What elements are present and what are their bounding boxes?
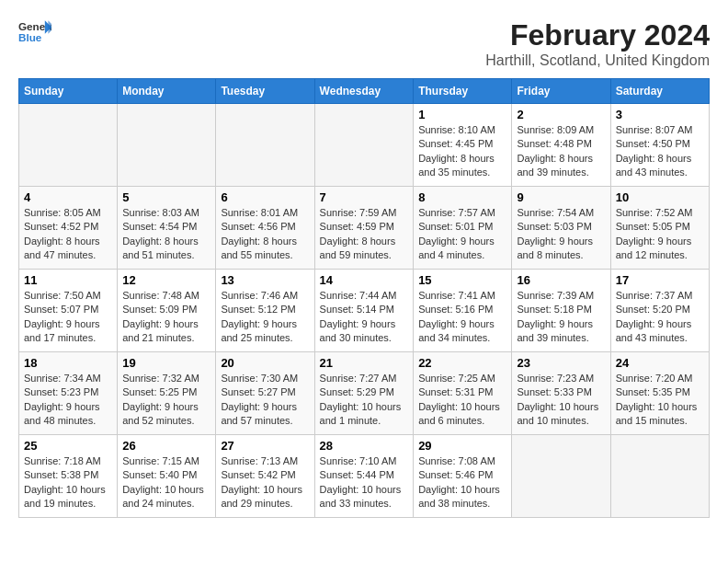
calendar-day-cell: 27Sunrise: 7:13 AMSunset: 5:42 PMDayligh… xyxy=(216,435,314,518)
calendar-header-thursday: Thursday xyxy=(414,79,512,104)
calendar-day-cell xyxy=(512,435,610,518)
calendar-day-cell: 16Sunrise: 7:39 AMSunset: 5:18 PMDayligh… xyxy=(512,270,610,352)
title-area: February 2024 Harthill, Scotland, United… xyxy=(485,18,710,69)
calendar-day-cell: 29Sunrise: 7:08 AMSunset: 5:46 PMDayligh… xyxy=(414,435,512,518)
daylight-label: Daylight: 9 hours and 12 minutes. xyxy=(616,236,692,260)
sunrise-label: Sunrise: 7:41 AM xyxy=(418,290,495,301)
calendar-day-cell: 8Sunrise: 7:57 AMSunset: 5:01 PMDaylight… xyxy=(414,187,512,270)
calendar-day-cell: 24Sunrise: 7:20 AMSunset: 5:35 PMDayligh… xyxy=(610,352,709,435)
day-number: 5 xyxy=(122,190,210,204)
calendar-header-friday: Friday xyxy=(512,79,610,104)
day-info: Sunrise: 7:41 AMSunset: 5:16 PMDaylight:… xyxy=(418,289,506,346)
calendar-day-cell: 3Sunrise: 8:07 AMSunset: 4:50 PMDaylight… xyxy=(610,104,709,187)
calendar-day-cell: 21Sunrise: 7:27 AMSunset: 5:29 PMDayligh… xyxy=(314,352,414,435)
day-number: 4 xyxy=(24,190,112,204)
day-number: 23 xyxy=(517,356,605,370)
sunset-label: Sunset: 4:52 PM xyxy=(24,221,98,232)
day-number: 25 xyxy=(24,439,112,453)
month-title: February 2024 xyxy=(485,18,710,52)
sunrise-label: Sunrise: 7:20 AM xyxy=(616,373,693,384)
calendar-day-cell xyxy=(610,435,709,518)
day-info: Sunrise: 7:08 AMSunset: 5:46 PMDaylight:… xyxy=(418,454,506,511)
sunset-label: Sunset: 4:50 PM xyxy=(616,138,690,149)
day-number: 24 xyxy=(616,356,704,370)
sunset-label: Sunset: 4:56 PM xyxy=(221,221,295,232)
calendar-header-saturday: Saturday xyxy=(610,79,709,104)
day-info: Sunrise: 7:27 AMSunset: 5:29 PMDaylight:… xyxy=(320,372,409,429)
calendar-day-cell: 6Sunrise: 8:01 AMSunset: 4:56 PMDaylight… xyxy=(216,187,314,270)
calendar-day-cell: 14Sunrise: 7:44 AMSunset: 5:14 PMDayligh… xyxy=(314,270,414,352)
sunrise-label: Sunrise: 8:03 AM xyxy=(122,207,199,218)
daylight-label: Daylight: 10 hours and 15 minutes. xyxy=(616,401,698,426)
day-info: Sunrise: 7:48 AMSunset: 5:09 PMDaylight:… xyxy=(122,289,210,346)
daylight-label: Daylight: 9 hours and 39 minutes. xyxy=(517,318,593,343)
day-info: Sunrise: 7:13 AMSunset: 5:42 PMDaylight:… xyxy=(221,454,309,511)
sunset-label: Sunset: 5:38 PM xyxy=(24,469,98,480)
day-number: 8 xyxy=(418,190,506,204)
calendar-table: SundayMondayTuesdayWednesdayThursdayFrid… xyxy=(18,78,710,518)
day-info: Sunrise: 8:07 AMSunset: 4:50 PMDaylight:… xyxy=(616,123,704,180)
sunrise-label: Sunrise: 7:27 AM xyxy=(320,373,397,384)
daylight-label: Daylight: 9 hours and 43 minutes. xyxy=(616,318,692,343)
sunrise-label: Sunrise: 7:48 AM xyxy=(122,290,199,301)
day-info: Sunrise: 8:03 AMSunset: 4:54 PMDaylight:… xyxy=(122,206,210,263)
sunset-label: Sunset: 5:44 PM xyxy=(320,469,394,480)
calendar-header-tuesday: Tuesday xyxy=(216,79,314,104)
day-number: 15 xyxy=(418,273,506,287)
sunrise-label: Sunrise: 8:01 AM xyxy=(221,207,298,218)
calendar-day-cell: 18Sunrise: 7:34 AMSunset: 5:23 PMDayligh… xyxy=(19,352,118,435)
daylight-label: Daylight: 10 hours and 19 minutes. xyxy=(24,484,106,509)
daylight-label: Daylight: 8 hours and 43 minutes. xyxy=(616,153,692,178)
daylight-label: Daylight: 9 hours and 30 minutes. xyxy=(320,318,396,343)
daylight-label: Daylight: 10 hours and 10 minutes. xyxy=(517,401,598,426)
day-number: 12 xyxy=(122,273,210,287)
sunset-label: Sunset: 5:27 PM xyxy=(221,386,295,397)
sunrise-label: Sunrise: 7:32 AM xyxy=(122,373,199,384)
calendar-header-row: SundayMondayTuesdayWednesdayThursdayFrid… xyxy=(19,79,710,104)
day-info: Sunrise: 7:57 AMSunset: 5:01 PMDaylight:… xyxy=(418,206,506,263)
calendar-day-cell: 1Sunrise: 8:10 AMSunset: 4:45 PMDaylight… xyxy=(414,104,512,187)
day-number: 14 xyxy=(320,273,409,287)
day-info: Sunrise: 7:10 AMSunset: 5:44 PMDaylight:… xyxy=(320,454,409,511)
calendar-day-cell: 7Sunrise: 7:59 AMSunset: 4:59 PMDaylight… xyxy=(314,187,414,270)
location-title: Harthill, Scotland, United Kingdom xyxy=(485,52,710,69)
daylight-label: Daylight: 9 hours and 21 minutes. xyxy=(122,318,199,343)
sunset-label: Sunset: 5:18 PM xyxy=(517,304,591,315)
calendar-day-cell: 22Sunrise: 7:25 AMSunset: 5:31 PMDayligh… xyxy=(414,352,512,435)
day-number: 19 xyxy=(122,356,210,370)
day-info: Sunrise: 7:50 AMSunset: 5:07 PMDaylight:… xyxy=(24,289,112,346)
sunrise-label: Sunrise: 7:25 AM xyxy=(418,373,495,384)
daylight-label: Daylight: 9 hours and 34 minutes. xyxy=(418,318,495,343)
day-number: 27 xyxy=(221,439,309,453)
sunset-label: Sunset: 5:25 PM xyxy=(122,386,197,397)
sunrise-label: Sunrise: 7:57 AM xyxy=(418,207,495,218)
day-number: 17 xyxy=(616,273,704,287)
sunrise-label: Sunrise: 7:52 AM xyxy=(616,207,693,218)
sunrise-label: Sunrise: 7:50 AM xyxy=(24,290,101,301)
day-info: Sunrise: 7:23 AMSunset: 5:33 PMDaylight:… xyxy=(517,372,605,429)
daylight-label: Daylight: 10 hours and 29 minutes. xyxy=(221,484,302,509)
calendar-day-cell: 10Sunrise: 7:52 AMSunset: 5:05 PMDayligh… xyxy=(610,187,709,270)
day-number: 29 xyxy=(418,439,506,453)
day-info: Sunrise: 7:37 AMSunset: 5:20 PMDaylight:… xyxy=(616,289,704,346)
day-number: 26 xyxy=(122,439,210,453)
sunset-label: Sunset: 5:29 PM xyxy=(320,386,394,397)
calendar-header-monday: Monday xyxy=(118,79,216,104)
day-info: Sunrise: 7:25 AMSunset: 5:31 PMDaylight:… xyxy=(418,372,506,429)
day-info: Sunrise: 8:01 AMSunset: 4:56 PMDaylight:… xyxy=(221,206,309,263)
calendar-day-cell xyxy=(19,104,118,187)
sunrise-label: Sunrise: 7:44 AM xyxy=(320,290,397,301)
calendar-week-row: 11Sunrise: 7:50 AMSunset: 5:07 PMDayligh… xyxy=(19,270,710,352)
day-info: Sunrise: 7:30 AMSunset: 5:27 PMDaylight:… xyxy=(221,372,309,429)
day-info: Sunrise: 8:05 AMSunset: 4:52 PMDaylight:… xyxy=(24,206,112,263)
calendar-day-cell: 25Sunrise: 7:18 AMSunset: 5:38 PMDayligh… xyxy=(19,435,118,518)
day-number: 13 xyxy=(221,273,309,287)
sunrise-label: Sunrise: 7:08 AM xyxy=(418,455,495,466)
calendar-week-row: 25Sunrise: 7:18 AMSunset: 5:38 PMDayligh… xyxy=(19,435,710,518)
sunset-label: Sunset: 5:40 PM xyxy=(122,469,197,480)
sunrise-label: Sunrise: 8:05 AM xyxy=(24,207,101,218)
day-number: 3 xyxy=(616,108,704,121)
logo: General Blue xyxy=(18,18,51,44)
sunset-label: Sunset: 5:09 PM xyxy=(122,304,197,315)
general-blue-logo-icon: General Blue xyxy=(18,18,51,44)
